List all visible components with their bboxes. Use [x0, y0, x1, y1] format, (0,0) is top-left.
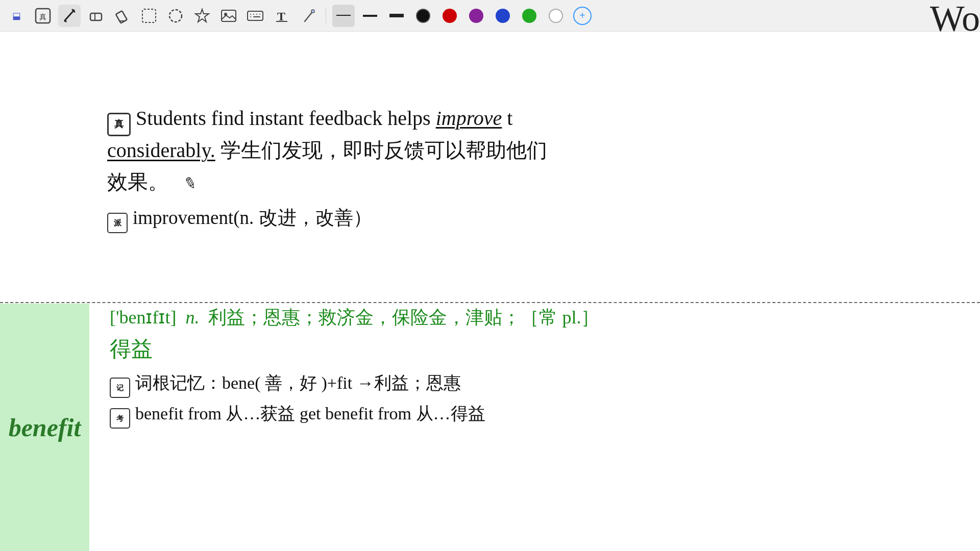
pen-tool[interactable]: [58, 5, 81, 27]
svg-rect-9: [142, 9, 156, 22]
keyboard-tool[interactable]: [244, 5, 266, 27]
svg-point-25: [311, 10, 314, 13]
color-purple[interactable]: [465, 5, 487, 27]
svg-marker-11: [195, 9, 209, 22]
image-tool[interactable]: [217, 5, 240, 27]
lasso-tool[interactable]: [164, 5, 187, 27]
icon-memory: 记: [110, 378, 130, 398]
bluetooth-icon[interactable]: ⬓: [5, 5, 28, 27]
dotted-separator: [0, 302, 980, 303]
stroke-width-thin[interactable]: [332, 5, 355, 27]
sentence-line-3: 效果。 ✎: [107, 167, 980, 197]
svg-rect-12: [222, 10, 236, 21]
benefit-word-label: benefit: [0, 304, 89, 551]
derivative-line: 派 improvement(n. 改进，改善）: [107, 203, 980, 233]
toolbar: ⬓ 真: [0, 0, 980, 32]
color-white[interactable]: [545, 5, 567, 27]
highlighter-tool[interactable]: [111, 5, 134, 27]
svg-line-2: [65, 10, 74, 20]
stroke-width-thick[interactable]: [385, 5, 408, 27]
svg-rect-14: [248, 11, 263, 20]
eraser-tool[interactable]: [85, 5, 107, 27]
color-black[interactable]: [412, 5, 434, 27]
derivative-text: improvement(n. 改进，改善）: [133, 203, 372, 233]
pencil-mark: ✎: [181, 170, 200, 196]
memory-text: 词根记忆：bene( 善，好 )+fit →利益；恩惠: [135, 369, 461, 397]
memory-line: 记 词根记忆：bene( 善，好 )+fit →利益；恩惠: [110, 369, 970, 397]
color-blue[interactable]: [492, 5, 514, 27]
pencil-tool[interactable]: [297, 5, 320, 27]
svg-point-10: [169, 10, 182, 22]
corner-text: Wo: [930, 0, 980, 32]
svg-text:真: 真: [39, 13, 46, 21]
considerably-text: considerably.: [107, 135, 215, 166]
sentence-text-before-improve: Students find instant feedback helps: [136, 103, 431, 134]
benefit-content: ['benɪfɪt] n. 利益；恩惠；救济金，保险金，津贴；［常 pl.］ 得…: [110, 304, 980, 428]
sentence-line-2: considerably. 学生们发现，即时反馈可以帮助他们: [107, 135, 980, 166]
icon-derivative: 派: [107, 213, 128, 233]
benefit-chinese-verb: 得益: [110, 334, 970, 364]
sentence-line-1: 真 Students find instant feedback helps i…: [107, 103, 980, 134]
pos: n.: [185, 307, 199, 328]
stroke-width-medium[interactable]: [359, 5, 381, 27]
icon-usage: 考: [110, 408, 130, 429]
svg-line-23: [305, 11, 313, 21]
sentence-text-after: t: [507, 103, 512, 134]
phonetic-line: ['benɪfɪt] n. 利益；恩惠；救济金，保险金，津贴；［常 pl.］: [110, 304, 970, 331]
add-color-button[interactable]: +: [571, 5, 594, 27]
improve-word: improve: [436, 103, 502, 134]
benefit-section: benefit ['benɪfɪt] n. 利益；恩惠；救济金，保险金，津贴；［…: [0, 304, 980, 551]
phonetic: ['benɪfɪt]: [110, 307, 176, 328]
chinese-meanings: 利益；恩惠；救济金，保险金，津贴；［常 pl.］: [208, 307, 599, 328]
svg-rect-5: [90, 13, 102, 20]
chinese-line-2: 学生们发现，即时反馈可以帮助他们: [220, 135, 547, 166]
color-green[interactable]: [518, 5, 541, 27]
usage-line: 考 benefit from 从…获益 get benefit from 从…得…: [110, 400, 970, 428]
ocr-tool[interactable]: 真: [32, 5, 54, 27]
separator-1: [326, 8, 326, 23]
icon-true: 真: [107, 113, 131, 136]
sentence-block: 真 Students find instant feedback helps i…: [107, 103, 980, 233]
star-tool[interactable]: [191, 5, 213, 27]
select-tool[interactable]: [138, 5, 160, 27]
main-content: 真 Students find instant feedback helps i…: [0, 32, 980, 551]
effect-text: 效果。: [107, 167, 168, 197]
text-tool[interactable]: T: [271, 5, 293, 27]
usage-text: benefit from 从…获益 get benefit from 从…得益: [135, 400, 485, 428]
color-red[interactable]: [438, 5, 461, 27]
